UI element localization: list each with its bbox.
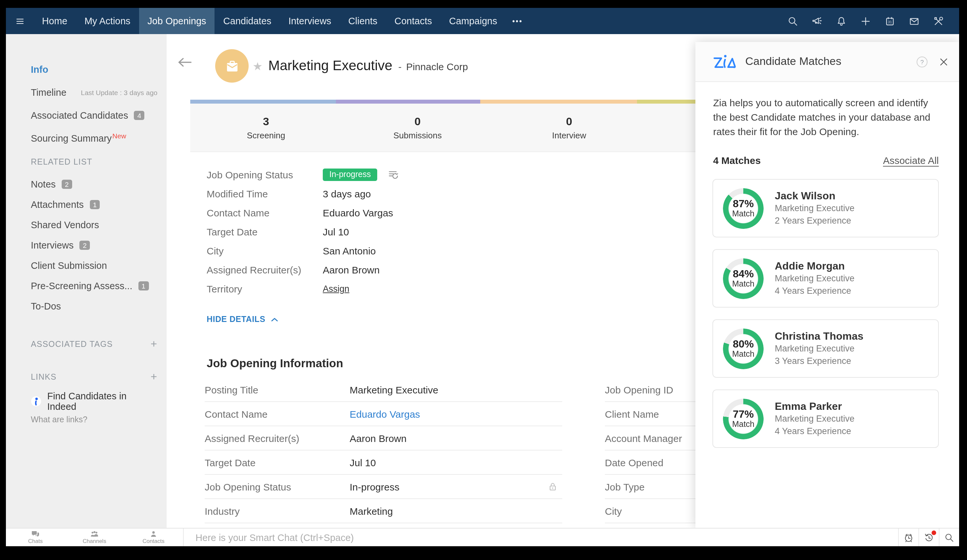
chat-tab-chats[interactable]: Chats xyxy=(6,529,65,546)
match-word: Match xyxy=(732,279,754,288)
alarm-icon-button[interactable] xyxy=(898,529,918,546)
form-row-contact-name: Contact NameEduardo Vargas xyxy=(205,402,562,426)
chat-tab-channels[interactable]: Channels xyxy=(65,529,124,546)
match-ring-label: 77%Match xyxy=(723,399,764,439)
chat-tab-label: Channels xyxy=(83,539,106,544)
sidebar-item-notes[interactable]: Notes2 xyxy=(31,178,157,191)
chat-tab-label: Contacts xyxy=(142,539,164,544)
pipeline-segment xyxy=(336,100,480,104)
form-row-industry: IndustryMarketing xyxy=(205,499,562,523)
form-value: Marketing xyxy=(350,505,393,516)
nav-item-campaigns[interactable]: Campaigns xyxy=(441,8,506,34)
candidate-name: Addie Morgan xyxy=(775,260,855,272)
form-row-posting-title: Posting TitleMarketing Executive xyxy=(205,378,562,402)
form-value: Marketing Executive xyxy=(350,384,438,395)
nav-item-home[interactable]: Home xyxy=(33,8,76,34)
candidate-matches-panel: Candidate Matches ? Zia helps you to aut… xyxy=(695,42,959,528)
match-card-addie-morgan[interactable]: 84%MatchAddie MorganMarketing Executive4… xyxy=(713,249,939,308)
pipeline-stage-interview[interactable]: 0Interview xyxy=(493,104,645,152)
matches-summary-row: 4 Matches Associate All xyxy=(695,139,959,166)
sidebar-item-timeline[interactable]: TimelineLast Update : 3 days ago xyxy=(31,86,157,99)
page-title: Marketing Executive xyxy=(268,58,392,73)
sidebar-link-find-candidates-in-indeed[interactable]: Find Candidates in Indeed xyxy=(31,395,157,408)
sidebar-item-attachments[interactable]: Attachments1 xyxy=(31,198,157,211)
stage-count: 0 xyxy=(414,115,421,128)
count-badge: 1 xyxy=(139,281,149,290)
nav-item-more[interactable]: ••• xyxy=(506,8,530,34)
pipeline-stage-screening[interactable]: 3Screening xyxy=(190,104,342,152)
associated-tags-header: ASSOCIATED TAGS + xyxy=(31,339,157,349)
hide-details-toggle[interactable]: HIDE DETAILS xyxy=(207,315,279,324)
chat-tab-label: Chats xyxy=(28,539,43,544)
job-opening-avatar xyxy=(215,49,249,82)
nav-item-interviews[interactable]: Interviews xyxy=(280,8,340,34)
sidebar-item-to-dos[interactable]: To-Dos xyxy=(31,300,157,313)
form-value: Aaron Brown xyxy=(350,432,406,444)
status-history-icon[interactable] xyxy=(388,170,399,180)
pipeline-stage-submissions[interactable]: 0Submissions xyxy=(342,104,493,152)
sidebar-item-pre-screening-assess[interactable]: Pre-Screening Assess...1 xyxy=(31,279,157,292)
nav-item-my-actions[interactable]: My Actions xyxy=(76,8,139,34)
sidebar-item-shared-vendors[interactable]: Shared Vendors xyxy=(31,218,157,231)
setup-icon[interactable] xyxy=(933,15,944,26)
match-card-christina-thomas[interactable]: 80%MatchChristina ThomasMarketing Execut… xyxy=(713,320,939,378)
chat-tab-contacts[interactable]: Contacts xyxy=(124,529,183,546)
nav-item-candidates[interactable]: Candidates xyxy=(215,8,280,34)
panel-description: Zia helps you to automatically screen an… xyxy=(695,82,959,139)
sidebar-item-client-submission[interactable]: Client Submission xyxy=(31,259,157,272)
pipeline-segment xyxy=(480,100,637,104)
back-button[interactable] xyxy=(177,57,192,68)
sidebar-item-sourcing-summary[interactable]: Sourcing SummaryNew xyxy=(31,132,157,145)
assign-link[interactable]: Assign xyxy=(323,284,349,294)
count-badge: 4 xyxy=(134,111,145,120)
status-badge: In-progress xyxy=(323,168,377,181)
add-link-button[interactable]: + xyxy=(150,372,157,382)
sidebar-item-interviews[interactable]: Interviews2 xyxy=(31,239,157,252)
nav-item-clients[interactable]: Clients xyxy=(340,8,386,34)
detail-label: Contact Name xyxy=(207,207,323,218)
favorite-star-icon[interactable]: ★ xyxy=(252,60,263,73)
count-badge: 2 xyxy=(62,180,72,189)
match-word: Match xyxy=(732,349,754,359)
mail-icon[interactable] xyxy=(909,15,920,26)
add-tag-button[interactable]: + xyxy=(150,339,157,349)
associate-all-link[interactable]: Associate All xyxy=(883,155,939,166)
search-icon[interactable] xyxy=(787,15,799,26)
match-ring-label: 80%Match xyxy=(723,328,764,369)
form-value[interactable]: Eduardo Vargas xyxy=(350,408,420,419)
what-are-links-link[interactable]: What are links? xyxy=(31,415,157,424)
match-card-emma-parker[interactable]: 77%MatchEmma ParkerMarketing Executive4 … xyxy=(713,390,939,448)
nav-item-contacts[interactable]: Contacts xyxy=(386,8,441,34)
sidebar-item-label: Timeline xyxy=(31,86,67,99)
search-icon-button[interactable] xyxy=(939,529,959,546)
smart-chat-input[interactable] xyxy=(195,532,898,543)
notifications-icon[interactable] xyxy=(836,15,847,26)
sidebar: InfoTimelineLast Update : 3 days agoAsso… xyxy=(6,34,167,528)
match-card-jack-wilson[interactable]: 87%MatchJack WilsonMarketing Executive2 … xyxy=(713,179,939,237)
pipeline-color-strip xyxy=(190,100,705,104)
sidebar-item-associated-candidates[interactable]: Associated Candidates4 xyxy=(31,109,157,122)
detail-value: 3 days ago xyxy=(323,188,371,199)
add-icon[interactable] xyxy=(860,15,871,26)
count-badge: 1 xyxy=(89,200,100,209)
close-icon[interactable] xyxy=(939,58,948,66)
sidebar-item-label: Info xyxy=(31,63,48,76)
detail-row-contact-name: Contact NameEduardo Vargas xyxy=(207,203,574,222)
bottom-chat-bar: ChatsChannelsContacts xyxy=(6,528,959,546)
match-ring-gauge: 80%Match xyxy=(723,328,764,369)
detail-value: Eduardo Vargas xyxy=(323,207,393,218)
form-label: Target Date xyxy=(205,457,350,468)
match-ring-label: 87%Match xyxy=(723,188,764,229)
history-icon-button[interactable] xyxy=(918,529,939,546)
help-icon[interactable]: ? xyxy=(916,55,928,68)
match-ring-gauge: 87%Match xyxy=(723,188,764,229)
nav-item-job-openings[interactable]: Job Openings xyxy=(139,8,215,34)
hamburger-menu-icon[interactable] xyxy=(6,8,33,34)
sidebar-item-label: Pre-Screening Assess... xyxy=(31,279,132,292)
calendar-icon[interactable]: 31 xyxy=(884,15,896,26)
announcement-icon[interactable] xyxy=(812,15,823,26)
app-window: HomeMy ActionsJob OpeningsCandidatesInte… xyxy=(6,8,959,546)
sidebar-item-info[interactable]: Info xyxy=(31,63,157,76)
chat-bar-tabs: ChatsChannelsContacts xyxy=(6,529,183,546)
candidate-role: Marketing Executive xyxy=(775,342,863,355)
